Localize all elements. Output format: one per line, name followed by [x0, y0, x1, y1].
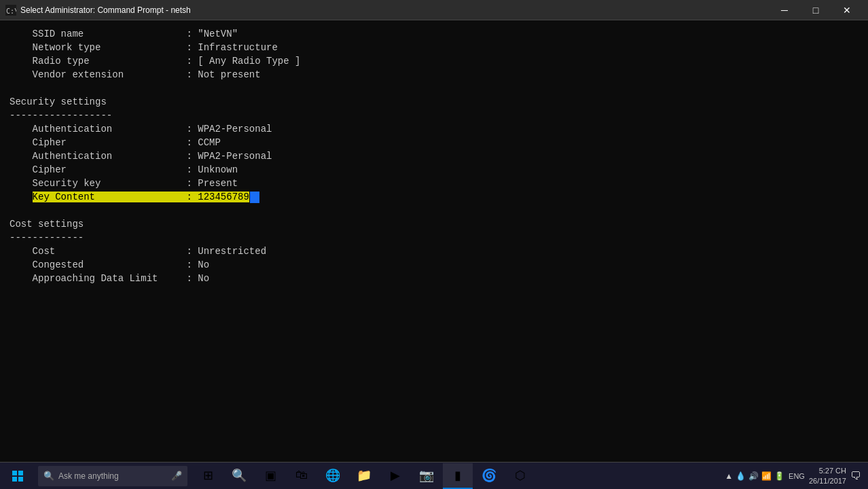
- taskbar-app-media[interactable]: ▶: [380, 463, 410, 489]
- terminal-line-blank2: [10, 204, 858, 217]
- terminal-line-keycont: Key Content : 123456789: [10, 190, 858, 204]
- cursor-block: [250, 192, 259, 203]
- cmd-icon: ▮: [454, 468, 461, 483]
- media-icon: ▶: [391, 468, 400, 483]
- terminal-line-blank1: [10, 82, 858, 95]
- terminal-line-seckey: Security key : Present: [10, 177, 858, 190]
- terminal-area: SSID name : "NetVN" Network type : Infra…: [0, 20, 868, 462]
- explorer-icon: 📁: [357, 468, 372, 483]
- taskbar-language[interactable]: ENG: [789, 472, 805, 480]
- taskbar-apps-area: ⊞🔍▣🛍🌐📁▶📷▮🌀⬡: [190, 463, 718, 489]
- tray-battery[interactable]: 🔋: [774, 471, 784, 481]
- search-icon: 🔍: [232, 468, 247, 483]
- store-icon: 🛍: [295, 468, 308, 482]
- start-button[interactable]: [0, 463, 35, 490]
- terminal-line-cost_ln: -------------: [10, 231, 858, 244]
- start-icon: ⊞: [203, 468, 213, 483]
- taskbar-search-box[interactable]: 🔍 Ask me anything 🎤: [38, 466, 187, 486]
- terminal-line-ssid: SSID name : "NetVN": [10, 27, 858, 41]
- taskbar-app-cmd[interactable]: ▮: [443, 463, 473, 489]
- tray-network[interactable]: 📶: [761, 471, 772, 481]
- taskbar-right: ▲ 💧 🔊 📶 🔋 ENG 5:27 CH 26/11/2017 🗨: [718, 466, 868, 486]
- terminal-line-vendor: Vendor extension : Not present: [10, 68, 858, 82]
- terminal-line-cipher1: Cipher : CCMP: [10, 136, 858, 149]
- taskbar-app-explorer[interactable]: 📁: [349, 463, 379, 489]
- cmd-icon: C:\: [5, 5, 16, 16]
- terminal-line-auth2: Authentication : WPA2-Personal: [10, 149, 858, 163]
- maximize-button[interactable]: □: [800, 0, 831, 20]
- key-content-highlight: Key Content : 123456789: [33, 192, 249, 202]
- titlebar: C:\ Select Administrator: Command Prompt…: [0, 0, 868, 20]
- terminal-line-security_ln: ------------------: [10, 109, 858, 122]
- svg-rect-2: [12, 471, 17, 475]
- terminal-line-cost: Cost : Unrestricted: [10, 244, 858, 258]
- taskbar-app-store[interactable]: 🛍: [287, 463, 317, 489]
- chrome-icon: 🌀: [482, 468, 496, 483]
- taskbar-app-chrome[interactable]: 🌀: [474, 463, 504, 489]
- edge-icon: 🌐: [325, 468, 340, 483]
- tray-dropbox: 💧: [736, 471, 746, 481]
- svg-rect-5: [18, 477, 23, 482]
- search-placeholder-text: Ask me anything: [58, 471, 119, 481]
- taskbar-app-search[interactable]: 🔍: [224, 463, 254, 489]
- app3-icon: ⬡: [515, 468, 526, 483]
- terminal-line-approach: Approaching Data Limit : No: [10, 272, 858, 285]
- terminal-line-radio: Radio type : [ Any Radio Type ]: [10, 54, 858, 68]
- tray-chevron[interactable]: ▲: [725, 471, 733, 481]
- microphone-icon: 🎤: [171, 471, 182, 481]
- svg-rect-4: [12, 477, 17, 482]
- taskbar-app-app2[interactable]: 📷: [412, 463, 441, 489]
- taskbar: 🔍 Ask me anything 🎤 ⊞🔍▣🛍🌐📁▶📷▮🌀⬡ ▲ 💧 🔊 📶 …: [0, 462, 868, 489]
- close-button[interactable]: ✕: [831, 0, 863, 20]
- taskbar-app-start[interactable]: ⊞: [193, 463, 223, 489]
- svg-rect-3: [18, 471, 23, 475]
- terminal-line-congested: Congested : No: [10, 258, 858, 272]
- taskbar-app-task[interactable]: ▣: [255, 463, 285, 489]
- svg-text:C:\: C:\: [6, 7, 16, 15]
- terminal-line-security_hd: Security settings: [10, 95, 858, 109]
- task-icon: ▣: [265, 468, 276, 483]
- taskbar-clock[interactable]: 5:27 CH 26/11/2017: [809, 466, 846, 486]
- system-tray: ▲ 💧 🔊 📶 🔋: [725, 471, 784, 481]
- terminal-line-nettype: Network type : Infrastructure: [10, 41, 858, 54]
- search-icon: 🔍: [43, 471, 54, 481]
- window-title: Select Administrator: Command Prompt - n…: [20, 5, 191, 15]
- notification-icon[interactable]: 🗨: [850, 470, 861, 482]
- taskbar-app-edge[interactable]: 🌐: [318, 463, 348, 489]
- terminal-line-cipher2: Cipher : Unknown: [10, 163, 858, 177]
- taskbar-app-app3[interactable]: ⬡: [505, 463, 535, 489]
- terminal-line-auth1: Authentication : WPA2-Personal: [10, 122, 858, 136]
- titlebar-left: C:\ Select Administrator: Command Prompt…: [5, 5, 191, 16]
- minimize-button[interactable]: ─: [769, 0, 800, 20]
- app2-icon: 📷: [419, 468, 434, 483]
- tray-volume[interactable]: 🔊: [748, 471, 759, 481]
- titlebar-controls: ─ □ ✕: [769, 0, 863, 20]
- terminal-line-cost_hd: Cost settings: [10, 217, 858, 231]
